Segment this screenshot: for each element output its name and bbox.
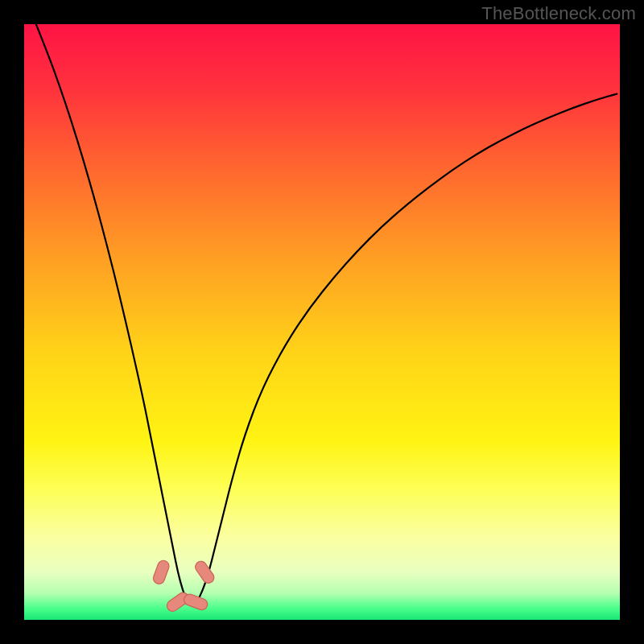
plot-area — [24, 24, 620, 620]
watermark-label: TheBottleneck.com — [481, 3, 636, 24]
gradient-background — [24, 24, 620, 620]
chart-frame: TheBottleneck.com — [0, 0, 644, 644]
bottleneck-chart — [24, 24, 620, 620]
